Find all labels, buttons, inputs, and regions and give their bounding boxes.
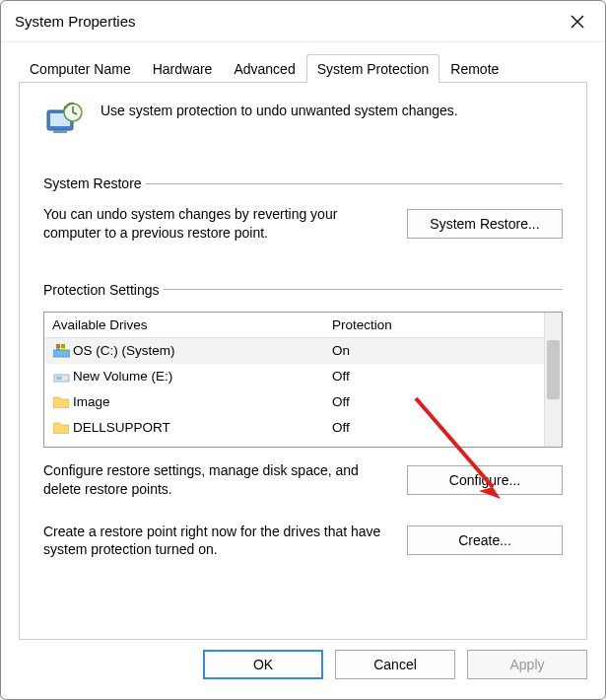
protection-settings-legend: Protection Settings bbox=[43, 282, 563, 298]
titlebar: System Properties bbox=[1, 1, 605, 42]
system-restore-legend-text: System Restore bbox=[43, 175, 142, 191]
drive-label: Image bbox=[73, 394, 110, 409]
drive-row[interactable]: New Volume (E:) Off bbox=[44, 364, 544, 389]
drive-protection: Off bbox=[324, 389, 544, 414]
scrollbar[interactable] bbox=[544, 313, 562, 447]
close-icon bbox=[571, 15, 584, 29]
col-header-drives[interactable]: Available Drives bbox=[44, 313, 324, 337]
drives-header: Available Drives Protection bbox=[44, 313, 544, 338]
footer: OK Cancel Apply bbox=[1, 650, 605, 699]
tab-panel: Use system protection to undo unwanted s… bbox=[19, 83, 587, 640]
svg-rect-7 bbox=[56, 348, 60, 350]
drive-row[interactable]: OS (C:) (System) On bbox=[44, 338, 544, 364]
folder-icon bbox=[52, 394, 70, 410]
drive-row[interactable]: DELLSUPPORT Off bbox=[44, 415, 544, 441]
scrollbar-thumb[interactable] bbox=[547, 340, 560, 399]
drives-list[interactable]: Available Drives Protection OS (C:) (Sys… bbox=[43, 312, 563, 448]
drive-row[interactable]: Image Off bbox=[44, 389, 544, 415]
svg-rect-8 bbox=[61, 348, 65, 350]
create-desc: Create a restore point right now for the… bbox=[43, 523, 387, 560]
svg-rect-6 bbox=[61, 344, 65, 348]
window-title: System Properties bbox=[15, 13, 136, 30]
tabs: Computer Name Hardware Advanced System P… bbox=[1, 42, 605, 83]
svg-rect-5 bbox=[56, 344, 60, 348]
system-restore-desc: You can undo system changes by reverting… bbox=[43, 205, 387, 243]
drive-protection: Off bbox=[324, 415, 544, 440]
tab-advanced[interactable]: Advanced bbox=[223, 54, 305, 83]
windows-drive-icon bbox=[52, 343, 70, 359]
drive-label: OS (C:) (System) bbox=[73, 343, 175, 358]
svg-rect-4 bbox=[53, 350, 70, 357]
col-header-protection[interactable]: Protection bbox=[324, 313, 544, 337]
close-button[interactable] bbox=[558, 6, 597, 37]
intro-section: Use system protection to undo unwanted s… bbox=[43, 101, 563, 144]
intro-text: Use system protection to undo unwanted s… bbox=[101, 101, 458, 118]
system-properties-dialog: System Properties Computer Name Hardware… bbox=[0, 0, 606, 700]
tab-hardware[interactable]: Hardware bbox=[142, 54, 224, 83]
tab-computer-name[interactable]: Computer Name bbox=[19, 54, 142, 83]
configure-button[interactable]: Configure... bbox=[407, 465, 563, 495]
drive-label: DELLSUPPORT bbox=[73, 420, 170, 435]
create-row: Create a restore point right now for the… bbox=[43, 523, 563, 560]
folder-icon bbox=[52, 420, 70, 436]
drive-protection: On bbox=[324, 338, 544, 363]
protection-settings-legend-text: Protection Settings bbox=[43, 282, 160, 298]
system-restore-row: You can undo system changes by reverting… bbox=[43, 205, 563, 243]
system-restore-button[interactable]: System Restore... bbox=[407, 209, 563, 239]
svg-rect-10 bbox=[56, 377, 62, 380]
drive-protection: Off bbox=[324, 364, 544, 388]
drive-icon bbox=[52, 369, 70, 385]
apply-button[interactable]: Apply bbox=[467, 650, 587, 679]
tab-system-protection[interactable]: System Protection bbox=[306, 54, 440, 83]
system-protection-icon bbox=[43, 101, 87, 144]
configure-row: Configure restore settings, manage disk … bbox=[43, 461, 563, 499]
tab-remote[interactable]: Remote bbox=[439, 54, 509, 83]
svg-rect-2 bbox=[53, 130, 67, 133]
system-restore-legend: System Restore bbox=[43, 175, 563, 191]
ok-button[interactable]: OK bbox=[203, 650, 323, 679]
create-button[interactable]: Create... bbox=[407, 525, 563, 555]
cancel-button[interactable]: Cancel bbox=[335, 650, 455, 679]
configure-desc: Configure restore settings, manage disk … bbox=[43, 461, 387, 499]
drive-label: New Volume (E:) bbox=[73, 369, 172, 384]
